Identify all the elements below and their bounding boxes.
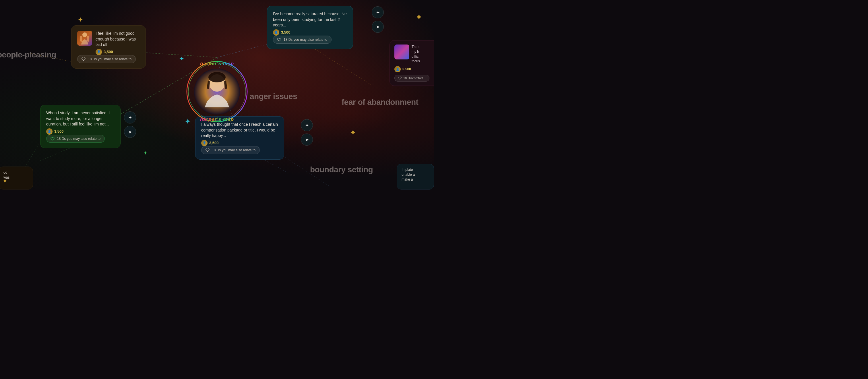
- points-4: 3,500: [209, 141, 219, 145]
- relate-label-1: 18 Ds you may also relate to: [88, 57, 131, 61]
- bottom-partial-text: odwas: [3, 170, 28, 180]
- svg-point-10: [82, 32, 87, 37]
- card-text-1: I feel like I'm not good enough because …: [96, 31, 140, 48]
- card-bottom-partial[interactable]: odwas: [0, 167, 33, 190]
- card-partial-right[interactable]: The dmy hdifficfocus 👤 3,500 18 Discomfo…: [390, 40, 434, 86]
- send-btn-1[interactable]: ➤: [124, 126, 136, 138]
- svg-rect-11: [80, 36, 82, 41]
- partial-points: 3,500: [402, 67, 411, 71]
- avatar-coin-3: 👤: [46, 128, 53, 135]
- relate-btn-4[interactable]: 18 Ds you may also relate to: [201, 146, 260, 154]
- card-study-unsatisfied[interactable]: When I study, I am never satisfied. I wa…: [40, 105, 121, 148]
- discomfort-label: 18 Discomfort: [403, 77, 423, 80]
- avatar-coin-1: 👤: [96, 49, 102, 55]
- relate-btn-1[interactable]: 18 Ds you may also relate to: [77, 55, 136, 63]
- relate-label-2: 18 Ds you may also relate to: [284, 38, 327, 41]
- action-btns-card3: ✦ ➤: [124, 111, 136, 138]
- send-btn-2[interactable]: ➤: [372, 21, 384, 33]
- wand-btn-1[interactable]: ✦: [124, 111, 136, 123]
- wand-btn-2[interactable]: ✦: [372, 6, 384, 18]
- relate-btn-3[interactable]: 18 Ds you may also relate to: [46, 135, 105, 143]
- canvas: people-pleasing anger issues boundary se…: [0, 0, 434, 190]
- action-btns-mid: ✦ ➤: [301, 119, 313, 146]
- relate-label-3: 18 Ds you may also relate to: [57, 137, 100, 141]
- bottom-right-text: In platounable amake a: [402, 167, 429, 182]
- discomfort-btn[interactable]: 18 Discomfort: [394, 75, 429, 82]
- map-text-top: harper's map: [200, 61, 234, 67]
- relate-label-4: 18 Ds you may also relate to: [212, 148, 255, 152]
- partial-text: The dmy hdifficfocus: [412, 45, 421, 64]
- points-2: 3,500: [281, 30, 290, 34]
- send-btn-3[interactable]: ➤: [301, 134, 313, 146]
- card-thumbnail-1: [77, 31, 92, 46]
- points-1: 3,500: [104, 50, 113, 54]
- action-btns-top: ✦ ➤: [372, 6, 384, 33]
- points-3: 3,500: [54, 129, 64, 134]
- relate-btn-2[interactable]: 18 Ds you may also relate to: [273, 36, 332, 43]
- harpers-map[interactable]: harper's map harper's map: [185, 60, 249, 123]
- partial-thumb: [394, 45, 409, 59]
- avatar-coin-2: 👤: [273, 29, 279, 36]
- svg-point-17: [208, 72, 226, 82]
- map-text-bottom: harper's map: [200, 117, 234, 122]
- card-bottom-right-partial[interactable]: In platounable amake a: [397, 164, 434, 190]
- card-text-4: I always thought that once I reach a cer…: [201, 122, 278, 139]
- card-laid-off[interactable]: I feel like I'm not good enough because …: [71, 25, 146, 69]
- card-studying[interactable]: I've become really saturated because I'v…: [267, 6, 353, 49]
- card-text-3: When I study, I am never satisfied. I wa…: [46, 110, 115, 127]
- svg-rect-12: [87, 36, 89, 41]
- wand-btn-3[interactable]: ✦: [301, 119, 313, 131]
- avatar-coin-4: 👤: [201, 140, 208, 146]
- partial-coin: 👤: [394, 66, 401, 72]
- card-text-2: I've become really saturated because I'v…: [273, 11, 347, 28]
